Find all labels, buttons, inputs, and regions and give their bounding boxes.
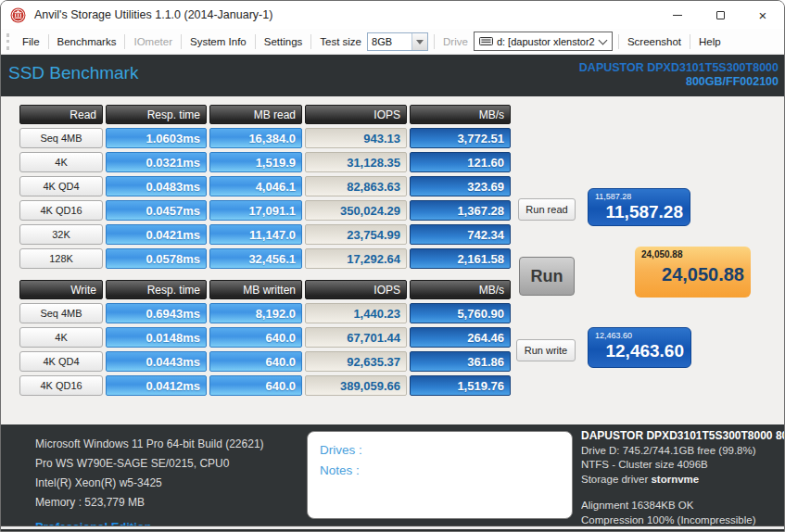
window-border — [1, 529, 785, 531]
row-label-button[interactable]: 4K QD4 — [19, 176, 103, 196]
chevron-down-icon — [416, 40, 424, 48]
system-info: Microsoft Windows 11 Pro 64-bit Build (2… — [35, 435, 264, 532]
drive-free-space: Drive D: 745.2/744.1GB free (99.8%) — [581, 444, 785, 459]
row-label-button[interactable]: 4K — [19, 327, 103, 348]
mbs-cell: 2,161.58 — [410, 248, 511, 269]
menu-file[interactable]: File — [14, 29, 48, 55]
menu-bar: File Benchmarks IOmeter System Info Sett… — [1, 29, 784, 55]
run-button[interactable]: Run — [519, 257, 575, 296]
column-header: MB/s — [410, 105, 511, 124]
row-label-button[interactable]: 4K QD16 — [19, 375, 103, 396]
resp-time-cell: 0.0321ms — [106, 152, 207, 172]
info-panel: Microsoft Windows 11 Pro 64-bit Build (2… — [1, 424, 785, 526]
run-read-button[interactable]: Run read — [518, 198, 576, 221]
minimize-icon — [673, 15, 682, 16]
spacer — [581, 487, 785, 499]
mb-read-cell: 1,519.9 — [209, 152, 302, 172]
iops-cell: 31,128.35 — [305, 152, 407, 172]
mbs-cell: 121.60 — [410, 152, 511, 172]
iops-cell: 1,440.23 — [305, 303, 407, 323]
column-header: MB read — [209, 105, 302, 124]
drives-notes-box[interactable]: Drives : Notes : — [307, 431, 573, 519]
mbs-cell: 742.34 — [410, 224, 511, 245]
row-label-button[interactable]: 4K — [19, 152, 103, 172]
iops-cell: 17,292.64 — [305, 248, 407, 269]
write-score-value: 12,463.60 — [595, 341, 684, 361]
title-bar: Anvil's Storage Utilities 1.1.0 (2014-Ja… — [1, 1, 784, 29]
chevron-down-icon — [598, 35, 607, 44]
resp-time-cell: 0.0443ms — [106, 351, 207, 372]
row-label-button[interactable]: 4K QD16 — [19, 200, 103, 221]
menu-system-info[interactable]: System Info — [182, 29, 255, 55]
row-label-button[interactable]: 4K QD4 — [19, 351, 103, 372]
total-score-small: 24,050.88 — [641, 249, 744, 260]
benchmark-header: SSD Benchmark DAPUSTOR DPXD3101T5S300T80… — [1, 55, 785, 96]
app-window: Anvil's Storage Utilities 1.1.0 (2014-Ja… — [0, 0, 785, 532]
dropdown-arrow-button[interactable] — [411, 33, 427, 50]
test-size-select[interactable]: 8GB — [367, 32, 428, 51]
alignment-line: Alignment 16384KB OK — [581, 499, 785, 513]
drive-info: DAPUSTOR DPXD3101T5S300T8000 800 Drive D… — [581, 429, 785, 527]
resp-time-cell: 0.0457ms — [106, 200, 207, 221]
resp-time-cell: 0.0421ms — [106, 224, 207, 245]
mbs-cell: 361.86 — [410, 351, 511, 372]
drive-filesystem: NTFS - Cluster size 4096B — [581, 458, 785, 473]
window-title: Anvil's Storage Utilities 1.1.0 (2014-Ja… — [34, 8, 272, 21]
motherboard-line: Pro WS W790E-SAGE SE/0215, CPU0 — [35, 454, 264, 474]
iops-cell: 943.13 — [305, 128, 407, 148]
column-header: MB written — [209, 280, 302, 299]
storage-driver-line: Storage driver stornvme — [581, 473, 785, 488]
read-score-box: 11,587.28 11,587.28 — [588, 188, 690, 226]
column-header: Resp. time — [106, 280, 207, 299]
mb-read-cell: 32,456.1 — [209, 248, 302, 269]
close-button[interactable]: × — [741, 1, 784, 29]
drive-select[interactable]: d: [dapustor xlenstor2 — [474, 32, 613, 51]
mb-read-cell: 16,384.0 — [209, 128, 302, 148]
column-header: IOPS — [305, 280, 407, 299]
row-label-button[interactable]: Seq 4MB — [19, 303, 103, 323]
resp-time-cell: 0.0483ms — [106, 176, 207, 196]
read-score-small: 11,587.28 — [595, 192, 683, 202]
menu-help[interactable]: Help — [690, 29, 729, 55]
drive-icon — [479, 36, 493, 46]
test-size-value: 8GB — [368, 33, 411, 50]
column-header: MB/s — [410, 280, 511, 299]
maximize-button[interactable] — [699, 1, 741, 29]
mbs-cell: 5,760.90 — [410, 303, 511, 323]
minimize-button[interactable] — [656, 1, 699, 29]
os-line: Microsoft Windows 11 Pro 64-bit Build (2… — [35, 435, 264, 454]
column-header: IOPS — [305, 105, 407, 124]
iops-cell: 23,754.99 — [305, 224, 407, 245]
page-title: SSD Benchmark — [8, 63, 138, 96]
maximize-icon — [716, 11, 725, 19]
mb-written-cell: 640.0 — [209, 375, 302, 396]
resp-time-cell: 1.0603ms — [106, 128, 207, 148]
drive-value: d: [dapustor xlenstor2 — [497, 36, 598, 47]
mbs-cell: 1,367.28 — [410, 200, 511, 221]
iops-cell: 350,024.29 — [305, 200, 407, 221]
write-results-table: Write Resp. time MB written IOPS MB/s Se… — [19, 280, 511, 396]
mb-written-cell: 8,192.0 — [209, 303, 302, 323]
write-score-small: 12,463.60 — [595, 331, 684, 341]
device-capacity-firmware: 800GB/FF002100 — [579, 75, 779, 89]
row-label-button[interactable]: Seq 4MB — [19, 128, 103, 148]
column-header: Resp. time — [106, 105, 207, 124]
mbs-cell: 264.46 — [410, 327, 511, 348]
menu-screenshot[interactable]: Screenshot — [619, 29, 690, 55]
row-label-button[interactable]: 32K — [19, 224, 103, 245]
drive-model-title: DAPUSTOR DPXD3101T5S300T8000 800 — [581, 429, 785, 444]
memory-line: Memory : 523,779 MB — [35, 493, 264, 513]
storage-driver-value: stornvme — [651, 474, 699, 485]
mb-written-cell: 640.0 — [209, 327, 302, 348]
run-write-button[interactable]: Run write — [516, 339, 576, 361]
read-score-value: 11,587.28 — [595, 202, 683, 222]
window-controls: × — [656, 1, 784, 29]
drive-label: Drive — [435, 36, 474, 47]
menu-settings[interactable]: Settings — [256, 29, 311, 55]
row-label-button[interactable]: 128K — [19, 248, 103, 269]
cpu-line: Intel(R) Xeon(R) w5-3425 — [35, 474, 264, 493]
menu-iometer: IOmeter — [125, 29, 181, 55]
menu-benchmarks[interactable]: Benchmarks — [49, 29, 125, 55]
storage-driver-label: Storage driver — [581, 474, 651, 485]
iops-cell: 82,863.63 — [305, 176, 407, 196]
